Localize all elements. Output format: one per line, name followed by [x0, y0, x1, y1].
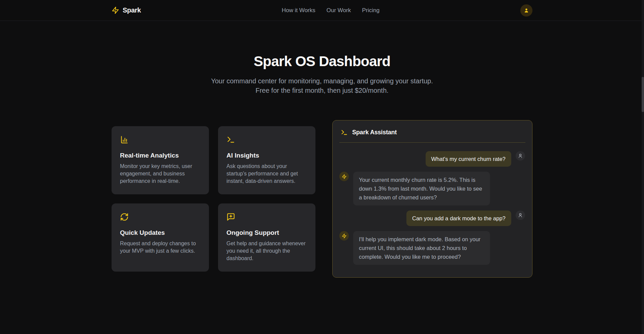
feature-title: Ongoing Support	[226, 229, 307, 236]
bar-chart-icon	[120, 135, 129, 144]
top-navigation-bar: Spark How it Works Our Work Pricing	[0, 0, 644, 21]
page-scrollbar-thumb[interactable]	[642, 77, 644, 112]
chat-message-assistant: Your current monthly churn rate is 5.2%.…	[339, 172, 525, 205]
user-icon	[523, 7, 529, 13]
terminal-icon	[341, 129, 348, 136]
nav-pricing[interactable]: Pricing	[362, 7, 379, 14]
feature-title: Quick Updates	[120, 229, 201, 236]
hero-section: Spark OS Dashboard Your command center f…	[0, 21, 644, 95]
feature-card-ai-insights: AI Insights Ask questions about your sta…	[218, 126, 315, 194]
message-square-plus-icon	[226, 213, 235, 221]
features-grid: Real-time Analytics Monitor your key met…	[112, 126, 315, 272]
spark-bolt-icon	[342, 174, 347, 179]
assistant-message-bubble: I'll help you implement dark mode. Based…	[353, 231, 490, 265]
chat-message-assistant: I'll help you implement dark mode. Based…	[339, 231, 525, 265]
user-avatar-button[interactable]	[520, 4, 532, 17]
spark-bolt-icon	[342, 233, 347, 239]
assistant-avatar	[339, 231, 349, 241]
spark-assistant-panel: Spark Assistant What's my current churn …	[332, 120, 532, 278]
user-avatar	[516, 151, 525, 161]
brand-logo[interactable]: Spark	[112, 6, 141, 14]
chat-message-user: Can you add a dark mode to the app?	[339, 211, 525, 226]
user-avatar	[516, 211, 525, 220]
nav-how-it-works[interactable]: How it Works	[282, 7, 315, 14]
brand-name: Spark	[123, 6, 141, 14]
feature-description: Ask questions about your startup's perfo…	[226, 163, 307, 185]
chat-title: Spark Assistant	[352, 129, 397, 136]
page-scrollbar-track	[642, 0, 644, 334]
terminal-icon	[226, 135, 235, 144]
assistant-avatar	[339, 172, 349, 181]
content-row: Real-time Analytics Monitor your key met…	[112, 120, 532, 278]
assistant-message-bubble: Your current monthly churn rate is 5.2%.…	[353, 172, 490, 205]
feature-description: Get help and guidance whenever you need …	[226, 240, 307, 262]
page-subtitle: Your command center for monitoring, mana…	[206, 76, 438, 95]
chat-message-user: What's my current churn rate?	[339, 151, 525, 167]
page-title: Spark OS Dashboard	[0, 53, 644, 69]
feature-card-realtime-analytics: Real-time Analytics Monitor your key met…	[112, 126, 209, 194]
refresh-icon	[120, 213, 129, 221]
user-icon	[518, 153, 523, 159]
feature-description: Monitor your key metrics, user engagemen…	[120, 163, 201, 185]
feature-card-ongoing-support: Ongoing Support Get help and guidance wh…	[218, 203, 315, 272]
feature-title: AI Insights	[226, 152, 307, 159]
feature-title: Real-time Analytics	[120, 152, 201, 159]
user-message-bubble: Can you add a dark mode to the app?	[406, 211, 511, 226]
user-icon	[518, 213, 523, 218]
feature-card-quick-updates: Quick Updates Request and deploy changes…	[112, 203, 209, 272]
chat-header: Spark Assistant	[333, 120, 532, 142]
chat-messages: What's my current churn rate? Your curre…	[333, 143, 532, 277]
feature-description: Request and deploy changes to your MVP w…	[120, 240, 201, 255]
spark-bolt-icon	[112, 6, 119, 14]
nav-our-work[interactable]: Our Work	[327, 7, 351, 14]
user-message-bubble: What's my current churn rate?	[426, 151, 511, 167]
main-nav: How it Works Our Work Pricing	[282, 7, 379, 14]
